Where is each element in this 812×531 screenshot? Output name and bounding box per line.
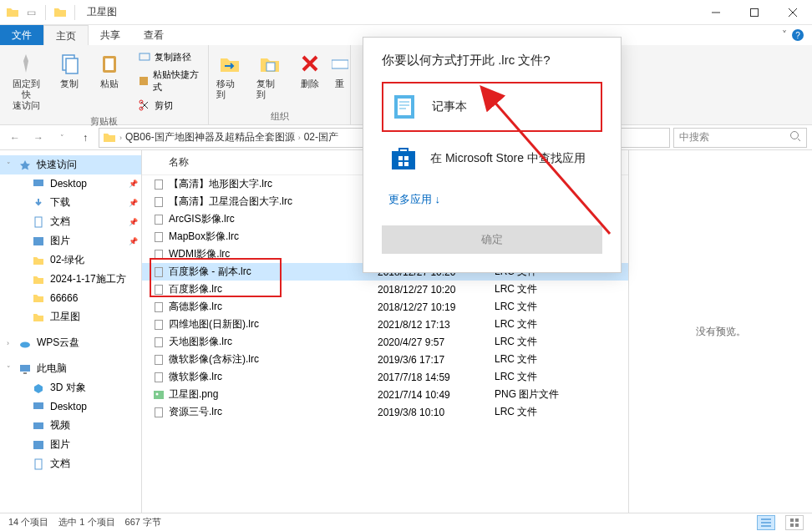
file-date: 2018/12/27 10:19 — [378, 301, 495, 313]
svg-rect-10 — [332, 60, 348, 68]
file-icon — [152, 301, 165, 314]
file-name: 【高清】卫星混合图大字.lrc — [169, 195, 378, 209]
tab-home[interactable]: 主页 — [43, 25, 89, 45]
svg-rect-36 — [155, 407, 163, 417]
file-name: 四维地图(日新图).lrc — [169, 317, 378, 331]
move-to-button[interactable]: 移动到 — [211, 48, 248, 102]
back-button[interactable]: ← — [5, 128, 25, 148]
svg-rect-32 — [155, 355, 163, 364]
nav-desktop[interactable]: Desktop📌 — [0, 174, 141, 193]
app-option-msstore[interactable]: 在 Microsoft Store 中查找应用 — [382, 135, 602, 182]
file-name: 微软影像.lrc — [169, 370, 378, 384]
svg-rect-18 — [33, 402, 43, 409]
details-view-button[interactable] — [757, 515, 775, 530]
nav-pc-pics[interactable]: 图片 — [0, 435, 141, 454]
file-row[interactable]: 天地图影像.lrc2020/4/27 9:57LRC 文件 — [142, 333, 628, 351]
svg-rect-21 — [35, 459, 42, 469]
nav-downloads[interactable]: 下载📌 — [0, 193, 141, 212]
svg-rect-22 — [155, 180, 163, 189]
cloud-icon — [18, 336, 32, 350]
star-icon — [18, 159, 32, 172]
svg-rect-25 — [155, 232, 163, 241]
delete-button[interactable]: 删除 — [292, 48, 328, 91]
nav-f02[interactable]: 02-绿化 — [0, 250, 141, 270]
recent-dropdown[interactable]: ˅ — [52, 128, 72, 148]
rename-button[interactable]: 重 — [332, 48, 348, 91]
nav-video[interactable]: 视频 — [0, 416, 141, 435]
svg-rect-28 — [155, 285, 163, 294]
tab-share[interactable]: 共享 — [89, 25, 132, 45]
file-name: 百度影像.lrc — [169, 282, 378, 296]
svg-rect-27 — [155, 267, 163, 276]
tab-view[interactable]: 查看 — [132, 25, 175, 45]
file-date: 2019/3/6 17:17 — [378, 354, 495, 366]
nav-documents[interactable]: 文档📌 — [0, 212, 141, 231]
file-name: MapBox影像.lrc — [169, 230, 378, 244]
msstore-icon — [388, 144, 419, 174]
copy-path-button[interactable]: 复制路径 — [134, 48, 203, 65]
svg-rect-43 — [392, 151, 415, 169]
nav-pc-desktop[interactable]: Desktop — [0, 397, 141, 416]
nav-3d[interactable]: 3D 对象 — [0, 378, 141, 397]
nav-fsat[interactable]: 卫星图 — [0, 307, 141, 326]
paste-shortcut-button[interactable]: 粘贴快捷方式 — [134, 67, 203, 95]
group-clipboard-label: 剪贴板 — [90, 114, 118, 128]
maximize-button[interactable] — [735, 0, 774, 25]
svg-rect-46 — [398, 162, 403, 166]
svg-rect-4 — [105, 58, 114, 70]
nav-quick-access[interactable]: ˅ 快速访问 — [0, 155, 141, 174]
svg-rect-24 — [155, 215, 163, 224]
file-date: 2017/7/18 14:59 — [378, 372, 495, 383]
help-icon[interactable]: ? — [792, 29, 804, 41]
qat-props-icon[interactable]: ▭ — [23, 5, 38, 20]
nav-wps[interactable]: ›WPS云盘 — [0, 333, 141, 352]
nav-f2024[interactable]: 2024-1-17施工方 — [0, 270, 141, 289]
minimize-button[interactable] — [697, 0, 735, 25]
copy-to-button[interactable]: 复制到 — [251, 48, 288, 102]
svg-rect-47 — [404, 162, 409, 166]
file-row[interactable]: 卫星图.png2021/7/14 10:49PNG 图片文件 — [142, 386, 628, 403]
file-row[interactable]: 微软影像(含标注).lrc2019/3/6 17:17LRC 文件 — [142, 351, 628, 368]
svg-rect-39 — [790, 523, 794, 527]
file-row[interactable]: 微软影像.lrc2017/7/18 14:59LRC 文件 — [142, 368, 628, 386]
selected-size: 667 字节 — [125, 516, 161, 528]
paste-button[interactable]: 粘贴 — [91, 48, 128, 91]
file-date: 2021/8/12 17:13 — [378, 319, 495, 331]
nav-pc-docs[interactable]: 文档 — [0, 454, 141, 473]
nav-this-pc[interactable]: ˅此电脑 — [0, 359, 141, 378]
status-bar: 14 个项目 选中 1 个项目 667 字节 — [0, 513, 812, 531]
dialog-title: 你要以何方式打开此 .lrc 文件? — [382, 53, 602, 68]
svg-point-35 — [156, 392, 159, 395]
cut-button[interactable]: 剪切 — [134, 97, 203, 114]
ok-button[interactable]: 确定 — [382, 225, 602, 254]
up-button[interactable]: ↑ — [75, 128, 95, 148]
nav-pictures[interactable]: 图片📌 — [0, 231, 141, 250]
file-row[interactable]: 高德影像.lrc2018/12/27 10:19LRC 文件 — [142, 298, 628, 316]
icons-view-button[interactable] — [785, 515, 804, 530]
file-row[interactable]: 百度影像.lrc2018/12/27 10:20LRC 文件 — [142, 281, 628, 298]
app-option-notepad[interactable]: 记事本 — [382, 82, 602, 132]
pin-quickaccess-button[interactable]: 固定到快 速访问 — [5, 48, 48, 114]
file-name: 高德影像.lrc — [169, 300, 378, 314]
svg-rect-20 — [33, 441, 43, 449]
search-input[interactable]: 中搜索 — [673, 128, 807, 148]
more-apps-link[interactable]: 更多应用 ↓ — [382, 185, 447, 214]
copy-button[interactable]: 复制 — [51, 48, 88, 91]
nav-f66666[interactable]: 66666 — [0, 289, 141, 307]
close-button[interactable] — [774, 0, 812, 25]
file-icon — [152, 283, 165, 296]
file-date: 2021/7/14 10:49 — [378, 389, 495, 401]
svg-rect-12 — [33, 180, 43, 186]
file-type: LRC 文件 — [495, 317, 595, 331]
qat-folder-icon[interactable] — [53, 5, 68, 20]
svg-rect-17 — [23, 372, 27, 374]
title-bar: ▭ 卫星图 — [0, 0, 812, 25]
file-row[interactable]: 四维地图(日新图).lrc2021/8/12 17:13LRC 文件 — [142, 316, 628, 333]
ribbon-collapse-icon[interactable]: ˅ — [782, 29, 787, 41]
forward-button[interactable]: → — [28, 128, 48, 148]
svg-rect-16 — [20, 365, 30, 372]
file-row[interactable]: 资源三号.lrc2019/3/8 10:10LRC 文件 — [142, 403, 628, 421]
file-date: 2019/3/8 10:10 — [378, 407, 495, 418]
tab-file[interactable]: 文件 — [0, 25, 43, 45]
navigation-pane: ˅ 快速访问 Desktop📌 下载📌 文档📌 图片📌 02-绿化 2024-1… — [0, 150, 142, 513]
